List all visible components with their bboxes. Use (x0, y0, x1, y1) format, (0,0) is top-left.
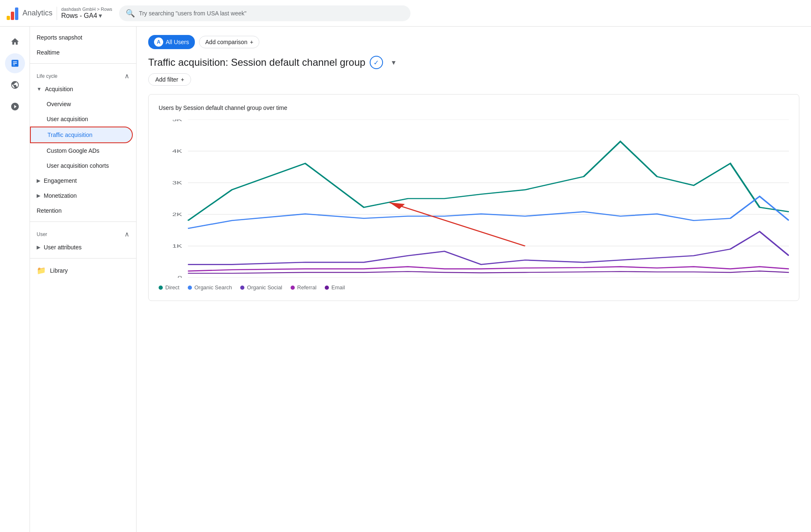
sidebar: Reports snapshot Realtime Life cycle ∧ ▼… (30, 27, 137, 532)
page-title-row: Traffic acquisition: Session default cha… (148, 56, 799, 69)
svg-text:4K: 4K (172, 149, 182, 154)
title-check-button[interactable]: ✓ (370, 56, 383, 69)
svg-text:5K: 5K (172, 119, 182, 122)
nav-divider-3 (30, 258, 136, 259)
acquisition-expand-icon: ▼ (37, 86, 42, 92)
chart-legend: Direct Organic Search Organic Social Ref… (159, 284, 789, 291)
engagement-expand-icon: ▶ (37, 178, 40, 184)
sidebar-item-reports-snapshot[interactable]: Reports snapshot (30, 30, 133, 45)
add-filter-icon: + (181, 76, 184, 83)
svg-text:3K: 3K (172, 180, 182, 185)
property-chevron-icon: ▾ (99, 12, 102, 20)
all-users-avatar: A (154, 37, 163, 47)
chart-svg: 5K 4K 3K 2K 1K 0 07 14 21 28 Apr (159, 119, 789, 278)
logo-area: Analytics dashdash GmbH > Rows Rows - GA… (7, 7, 112, 20)
topbar: Analytics dashdash GmbH > Rows Rows - GA… (0, 0, 811, 27)
topbar-divider (57, 7, 57, 20)
legend-label-referral: Referral (297, 284, 316, 291)
sidebar-item-retention[interactable]: Retention (30, 203, 133, 218)
search-bar[interactable]: 🔍 Try searching "users from USA last wee… (119, 5, 410, 21)
legend-referral: Referral (291, 284, 316, 291)
chart-title: Users by Session default channel group o… (159, 104, 789, 111)
user-section-chevron-icon[interactable]: ∧ (124, 230, 129, 238)
rail-item-home[interactable] (5, 32, 25, 52)
sidebar-item-overview[interactable]: Overview (30, 97, 133, 112)
add-filter-label: Add filter (155, 76, 178, 83)
legend-organic-search: Organic Search (188, 284, 232, 291)
sidebar-item-library[interactable]: 📁 Library (30, 262, 136, 279)
legend-label-direct: Direct (165, 284, 179, 291)
folder-icon: 📁 (37, 266, 46, 275)
legend-label-email: Email (331, 284, 345, 291)
add-filter-button[interactable]: Add filter + (148, 73, 191, 86)
legend-dot-direct (159, 286, 163, 290)
rail-item-explore[interactable] (5, 75, 25, 95)
sidebar-item-acquisition[interactable]: ▼ Acquisition (30, 82, 133, 97)
sidebar-item-realtime[interactable]: Realtime (30, 45, 133, 60)
property-info[interactable]: dashdash GmbH > Rows Rows - GA4 ▾ (61, 7, 112, 20)
user-attributes-expand-icon: ▶ (37, 244, 40, 250)
page-title: Traffic acquisition: Session default cha… (148, 57, 366, 68)
nav-divider-2 (30, 221, 136, 222)
analytics-logo-icon (7, 7, 18, 20)
sidebar-item-user-attributes[interactable]: ▶ User attributes (30, 240, 133, 255)
rail-item-advertising[interactable] (5, 97, 25, 117)
main-content: A All Users Add comparison + Traffic acq… (137, 27, 811, 532)
legend-dot-referral (291, 286, 295, 290)
legend-organic-social: Organic Social (240, 284, 282, 291)
add-comparison-button[interactable]: Add comparison + (199, 36, 259, 48)
sidebar-item-engagement[interactable]: ▶ Engagement (30, 173, 133, 188)
monetization-expand-icon: ▶ (37, 193, 40, 199)
legend-label-organic-search: Organic Search (194, 284, 232, 291)
legend-dot-organic-social (240, 286, 244, 290)
legend-direct: Direct (159, 284, 179, 291)
sidebar-item-custom-google-ads[interactable]: Custom Google ADs (30, 143, 133, 158)
property-name-dropdown[interactable]: Rows - GA4 ▾ (61, 12, 112, 20)
all-users-label: All Users (166, 39, 189, 45)
app-name: Analytics (22, 9, 52, 17)
svg-text:2K: 2K (172, 212, 182, 217)
property-breadcrumb: dashdash GmbH > Rows (61, 7, 112, 12)
sidebar-item-traffic-acquisition[interactable]: Traffic acquisition (30, 127, 133, 143)
add-comparison-icon: + (250, 39, 253, 45)
all-users-chip[interactable]: A All Users (148, 35, 195, 49)
title-dropdown-button[interactable]: ▾ (387, 56, 401, 69)
icon-rail (0, 27, 30, 532)
comparison-bar: A All Users Add comparison + (148, 35, 799, 49)
legend-email: Email (325, 284, 345, 291)
app-body: Reports snapshot Realtime Life cycle ∧ ▼… (0, 27, 811, 532)
svg-text:0: 0 (178, 275, 182, 278)
add-comparison-label: Add comparison (205, 39, 247, 45)
search-icon: 🔍 (126, 9, 135, 18)
rail-item-reports[interactable] (5, 53, 25, 73)
nav-divider-1 (30, 63, 136, 64)
legend-dot-organic-search (188, 286, 192, 290)
sidebar-item-user-acquisition[interactable]: User acquisition (30, 112, 133, 127)
sidebar-item-user-acquisition-cohorts[interactable]: User acquisition cohorts (30, 158, 133, 173)
life-cycle-chevron-icon[interactable]: ∧ (124, 72, 129, 80)
user-section: User ∧ (30, 225, 136, 240)
sidebar-item-monetization[interactable]: ▶ Monetization (30, 188, 133, 203)
chart-container: Users by Session default channel group o… (148, 94, 799, 301)
legend-label-organic-social: Organic Social (247, 284, 282, 291)
search-placeholder: Try searching "users from USA last week" (139, 10, 246, 17)
life-cycle-section: Life cycle ∧ (30, 67, 136, 82)
legend-dot-email (325, 286, 329, 290)
svg-text:1K: 1K (172, 244, 182, 249)
chart-area: 5K 4K 3K 2K 1K 0 07 14 21 28 Apr (159, 119, 789, 278)
